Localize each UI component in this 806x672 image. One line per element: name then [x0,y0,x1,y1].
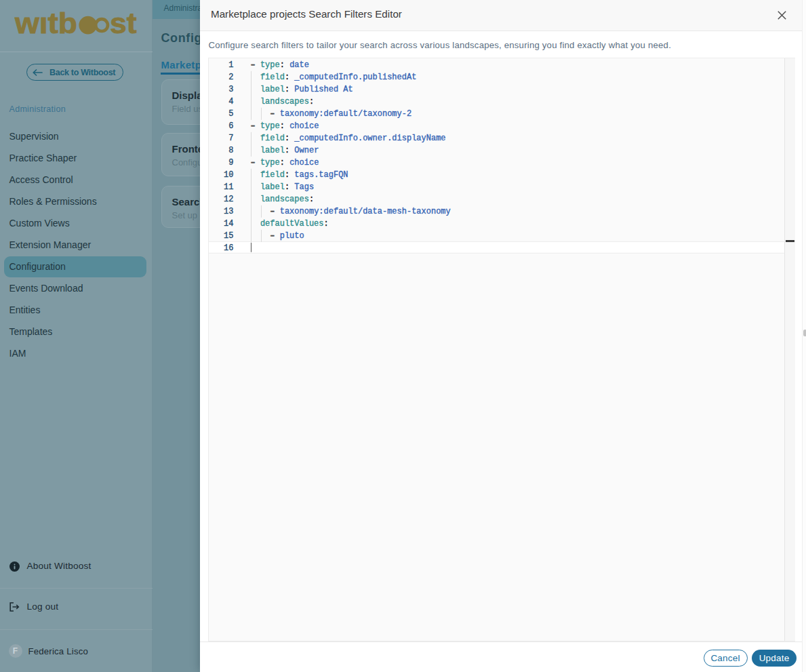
svg-text:st: st [110,11,137,39]
svg-text:wıtb: wıtb [14,11,77,39]
